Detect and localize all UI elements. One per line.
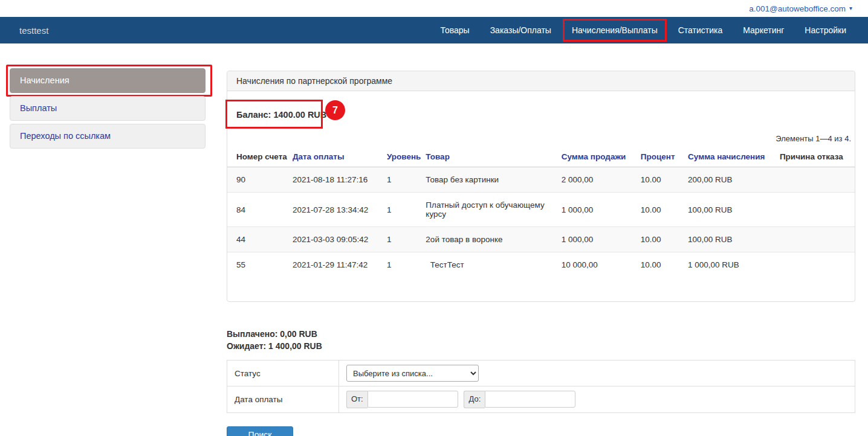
cell-3-3: ТестТест bbox=[426, 252, 561, 278]
sort-link[interactable]: Дата оплаты bbox=[293, 152, 345, 161]
cell-0-4: 2 000,00 bbox=[562, 167, 641, 193]
cell-0-2: 1 bbox=[387, 167, 426, 193]
account-email: a.001@autoweboffice.com bbox=[749, 4, 846, 13]
cell-0-1: 2021-08-18 11:27:16 bbox=[293, 167, 387, 193]
accruals-panel: Начисления по партнерской программе Бала… bbox=[227, 71, 855, 302]
nav-item-3[interactable]: Статистика bbox=[678, 25, 723, 35]
cell-2-7 bbox=[780, 227, 855, 252]
table-header-row: Номер счетаДата оплатыУровеньТоварСумма … bbox=[227, 147, 855, 167]
cell-0-3: Товар без картинки bbox=[426, 167, 561, 193]
cell-3-6: 1 000,00 RUB bbox=[688, 252, 780, 278]
cell-1-5: 10.00 bbox=[641, 193, 688, 227]
cell-3-7 bbox=[780, 252, 855, 278]
sort-link[interactable]: Процент bbox=[641, 152, 675, 161]
brand-logo[interactable]: testtest bbox=[19, 25, 48, 36]
date-to-input[interactable] bbox=[485, 391, 575, 408]
cell-0-7 bbox=[780, 167, 855, 193]
sidebar-item-0[interactable]: Начисления bbox=[10, 68, 206, 93]
cell-1-4: 1 000,00 bbox=[562, 193, 641, 227]
cell-3-2: 1 bbox=[387, 252, 426, 278]
cell-0-5: 10.00 bbox=[641, 167, 688, 193]
accruals-table: Номер счетаДата оплатыУровеньТоварСумма … bbox=[227, 147, 855, 277]
cell-1-3: Платный доступ к обучающему курсу bbox=[426, 193, 561, 227]
cell-0-0: 90 bbox=[227, 167, 293, 193]
sort-link[interactable]: Уровень bbox=[387, 152, 421, 161]
filter-row-status: Статус Выберите из списка... bbox=[227, 361, 855, 386]
cell-3-1: 2021-01-29 11:47:42 bbox=[293, 252, 387, 278]
date-to-group: До: bbox=[464, 391, 575, 408]
cell-2-3: 2ой товар в воронке bbox=[426, 227, 561, 252]
sort-link[interactable]: Товар bbox=[426, 152, 450, 161]
date-from-input[interactable] bbox=[368, 391, 458, 408]
filter-row-date: Дата оплаты От: До: bbox=[227, 386, 855, 413]
table-body: 902021-08-18 11:27:161Товар без картинки… bbox=[227, 167, 855, 278]
cell-1-2: 1 bbox=[387, 193, 426, 227]
cell-1-1: 2021-07-28 13:34:42 bbox=[293, 193, 387, 227]
column-header-0: Номер счета bbox=[227, 147, 293, 167]
balance-value: Баланс: 1400.00 RUB bbox=[236, 101, 326, 120]
cell-3-0: 55 bbox=[227, 252, 293, 278]
main-content: Начисления по партнерской программе Бала… bbox=[227, 71, 855, 436]
cell-2-2: 1 bbox=[387, 227, 426, 252]
status-cell: Выберите из списка... bbox=[339, 361, 855, 386]
table-row: 552021-01-29 11:47:421 ТестТест10 000,00… bbox=[227, 252, 855, 278]
cell-2-1: 2021-03-03 09:05:42 bbox=[293, 227, 387, 252]
annotation-badge-7: 7 bbox=[325, 100, 345, 120]
payment-date-label: Дата оплаты bbox=[227, 386, 339, 413]
column-header-3[interactable]: Товар bbox=[426, 147, 561, 167]
balance-row: Баланс: 1400.00 RUB 7 bbox=[236, 101, 846, 126]
main-navbar: testtest ТоварыЗаказы/ОплатыНачисления/В… bbox=[0, 17, 868, 43]
items-summary: Элементы 1—4 из 4. bbox=[227, 134, 851, 143]
sort-link[interactable]: Сумма начисления bbox=[688, 152, 765, 161]
cell-1-6: 100,00 RUB bbox=[688, 193, 780, 227]
filter-form: Статус Выберите из списка... Дата оплаты… bbox=[227, 360, 855, 413]
cell-1-0: 84 bbox=[227, 193, 293, 227]
table-row: 842021-07-28 13:34:421Платный доступ к о… bbox=[227, 193, 855, 227]
date-to-label: До: bbox=[464, 391, 485, 408]
sidebar-item-label: Переходы по ссылкам bbox=[20, 131, 111, 141]
sort-link[interactable]: Сумма продажи bbox=[562, 152, 626, 161]
sidebar: НачисленияВыплатыПереходы по ссылкам bbox=[10, 68, 206, 152]
date-cell: От: До: bbox=[339, 386, 855, 413]
cell-3-5: 10.00 bbox=[641, 252, 688, 278]
sidebar-item-label: Начисления bbox=[20, 75, 70, 85]
pending-total: Ожидает: 1 400,00 RUB bbox=[227, 340, 855, 352]
date-from-group: От: bbox=[346, 391, 458, 408]
nav-item-5[interactable]: Настройки bbox=[805, 25, 846, 35]
cell-2-4: 1 000,00 bbox=[562, 227, 641, 252]
column-header-2[interactable]: Уровень bbox=[387, 147, 426, 167]
account-menu[interactable]: a.001@autoweboffice.com ▾ bbox=[749, 4, 852, 13]
cell-2-0: 44 bbox=[227, 227, 293, 252]
panel-title: Начисления по партнерской программе bbox=[227, 71, 855, 91]
top-strip: a.001@autoweboffice.com ▾ bbox=[0, 0, 868, 17]
nav-item-4[interactable]: Маркетинг bbox=[743, 25, 784, 35]
cell-2-5: 10.00 bbox=[641, 227, 688, 252]
column-header-5[interactable]: Процент bbox=[641, 147, 688, 167]
sidebar-item-label: Выплаты bbox=[20, 103, 57, 113]
totals-block: Выплачено: 0,00 RUB Ожидает: 1 400,00 RU… bbox=[227, 328, 855, 352]
table-row: 442021-03-03 09:05:4212ой товар в воронк… bbox=[227, 227, 855, 252]
date-from-label: От: bbox=[346, 391, 368, 408]
paid-total: Выплачено: 0,00 RUB bbox=[227, 328, 855, 340]
search-button[interactable]: Поиск bbox=[227, 426, 293, 436]
nav-item-1[interactable]: Заказы/Оплаты bbox=[490, 25, 551, 35]
nav-item-0[interactable]: Товары bbox=[440, 25, 469, 35]
column-header-6[interactable]: Сумма начисления bbox=[688, 147, 780, 167]
nav-item-2[interactable]: Начисления/Выплаты bbox=[563, 19, 667, 42]
panel-body: Баланс: 1400.00 RUB 7 Элементы 1—4 из 4.… bbox=[227, 91, 855, 301]
cell-0-6: 200,00 RUB bbox=[688, 167, 780, 193]
sidebar-item-1[interactable]: Выплаты bbox=[10, 96, 206, 121]
chevron-down-icon: ▾ bbox=[849, 5, 852, 11]
sidebar-item-2[interactable]: Переходы по ссылкам bbox=[10, 124, 206, 149]
column-header-7: Причина отказа bbox=[780, 147, 855, 167]
table-row: 902021-08-18 11:27:161Товар без картинки… bbox=[227, 167, 855, 193]
column-header-1[interactable]: Дата оплаты bbox=[293, 147, 387, 167]
nav-items: ТоварыЗаказы/ОплатыНачисления/ВыплатыСта… bbox=[440, 25, 868, 35]
cell-3-4: 10 000,00 bbox=[562, 252, 641, 278]
status-select[interactable]: Выберите из списка... bbox=[346, 365, 479, 382]
column-header-4[interactable]: Сумма продажи bbox=[562, 147, 641, 167]
status-label: Статус bbox=[227, 361, 339, 386]
cell-1-7 bbox=[780, 193, 855, 227]
cell-2-6: 100,00 RUB bbox=[688, 227, 780, 252]
table-head: Номер счетаДата оплатыУровеньТоварСумма … bbox=[227, 147, 855, 167]
